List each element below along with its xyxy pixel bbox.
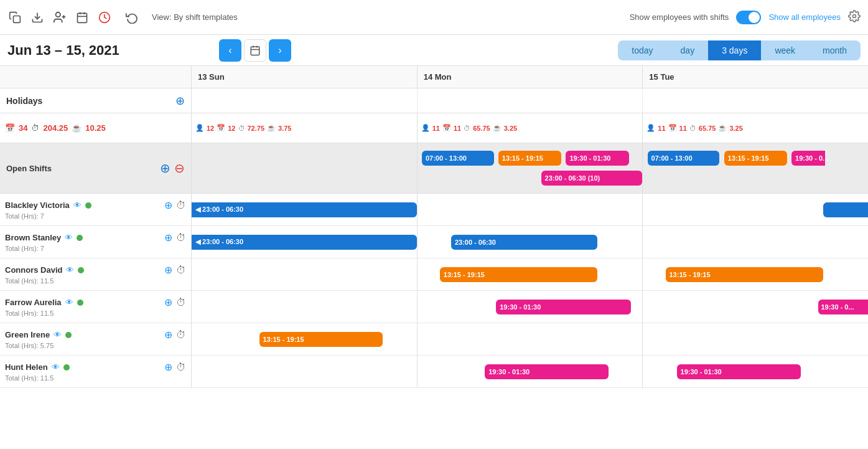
clock-icon[interactable]: [97, 10, 112, 25]
next-button[interactable]: ›: [269, 39, 291, 62]
employee-0-add-icon[interactable]: ⊕: [164, 199, 172, 211]
toolbar-right: Show employees with shifts Show all empl…: [630, 10, 861, 24]
copy-icon[interactable]: [7, 10, 22, 25]
emp0-shift-0[interactable]: ◀ 23:00 - 06:30: [192, 202, 417, 217]
refresh-icon[interactable]: [124, 10, 139, 25]
stats-cells: 👤 12 📅 12 ⏱ 72.75 ☕ 3.75 👤 11 📅 11 ⏱ 65: [192, 113, 868, 143]
open-shift-mon-3[interactable]: 19:30 - 01:30: [566, 151, 628, 166]
employee-2-label: Connors David 👁 ⊕ ⏱ Total (Hrs): 11.5: [0, 258, 192, 290]
employee-row-1: Brown Stanley 👁 ⊕ ⏱ Total (Hrs): 7 ◀ 23:…: [0, 226, 868, 258]
open-shift-tue-3[interactable]: 19:30 - 0...: [791, 151, 825, 166]
emp0-shift-2[interactable]: [823, 202, 868, 217]
day-view-button[interactable]: day: [667, 40, 709, 60]
calendar-grid-icon[interactable]: [75, 10, 90, 25]
employee-1-name: Brown Stanley: [5, 233, 61, 242]
stats-cell-1: 👤 11 📅 11 ⏱ 65.75 ☕ 3.25: [418, 113, 643, 143]
employee-1-eye-icon[interactable]: 👁: [65, 233, 73, 242]
employee-2-name-row: Connors David 👁 ⊕ ⏱: [5, 264, 186, 276]
employee-2-cells: 13:15 - 19:15 13:15 - 19:15: [192, 258, 868, 290]
holidays-row: Holidays ⊕: [0, 88, 868, 113]
employee-0-eye-icon[interactable]: 👁: [73, 201, 82, 210]
date-range: Jun 13 – 15, 2021: [7, 42, 144, 59]
open-shift-mon-4[interactable]: 23:00 - 06:30 (10): [541, 171, 643, 186]
svg-rect-14: [251, 47, 259, 55]
week-view-button[interactable]: week: [761, 40, 809, 60]
employee-row-0: Blackley Victoria 👁 ⊕ ⏱ Total (Hrs): 7 ◀…: [0, 194, 868, 226]
emp5-shift-2[interactable]: 19:30 - 01:30: [677, 364, 801, 379]
emp5-shift-1[interactable]: 19:30 - 01:30: [485, 364, 609, 379]
open-shift-tue-1[interactable]: 07:00 - 13:00: [648, 151, 720, 166]
month-view-button[interactable]: month: [809, 40, 861, 60]
employee-3-total: Total (Hrs): 11.5: [5, 310, 186, 317]
employee-1-clock-icon[interactable]: ⏱: [176, 232, 186, 243]
employee-2-clock-icon[interactable]: ⏱: [176, 265, 186, 276]
employee-3-clock-icon[interactable]: ⏱: [176, 297, 186, 308]
employee-2-online-dot: [78, 267, 84, 273]
stats-cell-0: 👤 12 📅 12 ⏱ 72.75 ☕ 3.75: [192, 113, 418, 143]
stats-row: 📅 34 ⏱ 204.25 ☕ 10.25 👤 12 📅 12 ⏱ 72.75: [0, 113, 868, 143]
holidays-cells: [192, 88, 868, 113]
employee-4-total: Total (Hrs): 5.75: [5, 342, 186, 349]
holidays-cell-1: [418, 88, 643, 113]
emp4-shift-0[interactable]: 13:15 - 19:15: [259, 332, 383, 347]
employee-5-clock-icon[interactable]: ⏱: [176, 362, 186, 373]
employee-4-online-dot: [65, 332, 72, 338]
employee-0-online-dot: [85, 202, 91, 209]
holidays-cell-2: [643, 88, 868, 113]
employee-row-2: Connors David 👁 ⊕ ⏱ Total (Hrs): 11.5 13…: [0, 258, 868, 291]
employee-1-total: Total (Hrs): 7: [5, 245, 186, 252]
emp3-shift-1[interactable]: 19:30 - 01:30: [496, 300, 631, 314]
open-shift-tue-2[interactable]: 13:15 - 19:15: [724, 151, 787, 166]
open-shifts-add-icon[interactable]: ⊕: [160, 161, 170, 176]
toggle-knob: [749, 12, 760, 23]
emp1-shift-1[interactable]: 23:00 - 06:30: [451, 235, 597, 250]
open-shift-mon-1[interactable]: 07:00 - 13:00: [422, 151, 494, 166]
open-shift-mon-2[interactable]: 13:15 - 19:15: [498, 151, 561, 166]
open-shifts-label-cell: Open Shifts ⊕ ⊖: [0, 143, 192, 193]
employee-1-add-icon[interactable]: ⊕: [164, 232, 172, 243]
d0-shifts: 12: [228, 125, 235, 132]
employee-row-5: Hunt Helen 👁 ⊕ ⏱ Total (Hrs): 11.5 19:30…: [0, 356, 868, 388]
prev-button[interactable]: ‹: [219, 39, 241, 62]
employee-2-add-icon[interactable]: ⊕: [164, 264, 172, 276]
employee-4-add-icon[interactable]: ⊕: [164, 329, 172, 341]
employee-1-label: Brown Stanley 👁 ⊕ ⏱ Total (Hrs): 7: [0, 226, 192, 258]
employee-4-eye-icon[interactable]: 👁: [54, 330, 62, 339]
emp1-shift-0[interactable]: ◀ 23:00 - 06:30: [192, 235, 417, 250]
download-icon[interactable]: [30, 10, 45, 25]
open-shifts-remove-icon[interactable]: ⊖: [174, 161, 185, 176]
settings-icon[interactable]: [848, 10, 861, 24]
employee-3-eye-icon[interactable]: 👁: [65, 298, 73, 307]
emp3-day1: 19:30 - 01:30: [418, 291, 643, 323]
three-days-view-button[interactable]: 3 days: [708, 40, 761, 60]
employee-3-name-row: Farrow Aurelia 👁 ⊕ ⏱: [5, 296, 186, 308]
employee-4-clock-icon[interactable]: ⏱: [176, 329, 186, 341]
show-employees-toggle[interactable]: [736, 11, 761, 24]
employee-3-label: Farrow Aurelia 👁 ⊕ ⏱ Total (Hrs): 11.5: [0, 291, 192, 323]
employee-3-add-icon[interactable]: ⊕: [164, 296, 172, 308]
emp3-shift-2[interactable]: 19:30 - 0...: [818, 300, 868, 314]
employee-4-cells: 13:15 - 19:15: [192, 323, 868, 355]
employee-5-online-dot: [63, 364, 70, 371]
holidays-cell-0: [192, 88, 418, 113]
employee-5-eye-icon[interactable]: 👁: [52, 362, 60, 372]
employee-2-eye-icon[interactable]: 👁: [66, 265, 74, 275]
emp2-shift-1[interactable]: 13:15 - 19:15: [440, 267, 597, 282]
employee-5-add-icon[interactable]: ⊕: [164, 361, 172, 373]
today-view-button[interactable]: today: [618, 40, 666, 60]
date-nav-row: Jun 13 – 15, 2021 ‹ › today day 3 days w…: [0, 35, 868, 66]
employee-2-total: Total (Hrs): 11.5: [5, 277, 186, 285]
d2-hours: 65.75: [699, 125, 716, 132]
emp5-day0: [192, 356, 418, 387]
employee-5-total: Total (Hrs): 11.5: [5, 374, 186, 382]
employee-0-clock-icon[interactable]: ⏱: [176, 200, 186, 211]
emp3-day0: [192, 291, 418, 323]
emp1-day0: ◀ 23:00 - 06:30: [192, 226, 418, 258]
emp3-day2: 19:30 - 0...: [643, 291, 868, 323]
emp2-shift-2[interactable]: 13:15 - 19:15: [666, 267, 823, 282]
d1-hours: 65.75: [473, 125, 490, 132]
calendar-picker-button[interactable]: [244, 39, 266, 62]
day-header-2: 15 Tue: [643, 66, 868, 88]
add-employee-icon[interactable]: [52, 10, 67, 25]
show-all-employees-link[interactable]: Show all employees: [768, 12, 841, 22]
